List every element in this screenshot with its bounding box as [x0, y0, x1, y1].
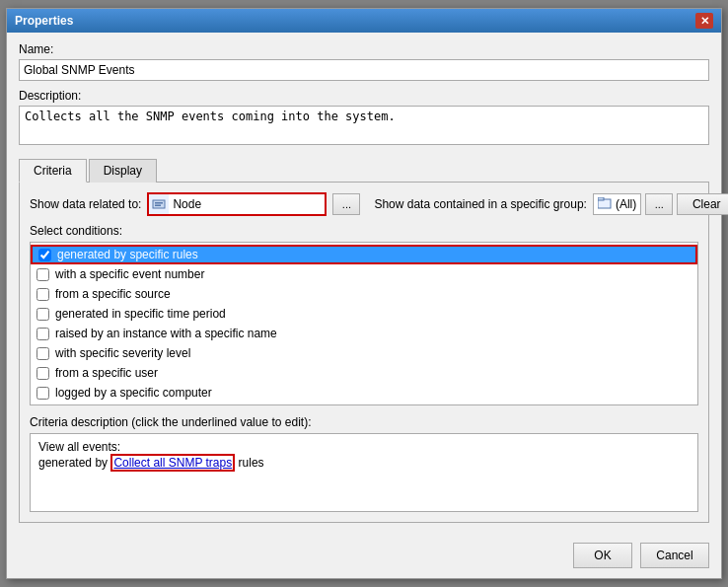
condition-checkbox-specific-computer[interactable]	[36, 387, 49, 400]
condition-item-specific-user[interactable]: from a specific user	[31, 363, 697, 383]
criteria-desc-line2: generated by Collect all SNMP traps rule…	[38, 456, 690, 470]
condition-item-specific-name[interactable]: raised by an instance with a specific na…	[31, 324, 697, 343]
svg-rect-1	[155, 202, 163, 204]
close-button[interactable]: ✕	[695, 13, 713, 29]
condition-label-specific-event-number: with a specific event number	[55, 267, 204, 281]
condition-label-specific-time-period: generated in specific time period	[55, 307, 226, 321]
group-icon	[598, 197, 612, 212]
condition-label-specific-name: raised by an instance with a specific na…	[55, 327, 277, 340]
dialog-footer: OK Cancel	[7, 535, 721, 578]
tab-display[interactable]: Display	[89, 159, 157, 183]
condition-checkbox-specific-name[interactable]	[36, 328, 49, 340]
condition-label-specific-computer: logged by a specific computer	[55, 386, 212, 400]
node-icon	[149, 194, 169, 214]
dialog-body: Name: Description: Collects all the SNMP…	[7, 33, 721, 535]
group-value: (All)	[616, 197, 636, 211]
select-conditions-label: Select conditions:	[30, 224, 698, 238]
condition-item-severity-level[interactable]: with specific severity level	[31, 343, 697, 363]
svg-rect-0	[153, 200, 165, 208]
title-bar-text: Properties	[15, 14, 73, 28]
criteria-description-section: Criteria description (click the underlin…	[30, 415, 698, 512]
criteria-desc-label: Criteria description (click the underlin…	[30, 415, 698, 429]
group-browse-button[interactable]: ...	[645, 193, 673, 215]
condition-checkbox-specific-user[interactable]	[36, 367, 49, 380]
svg-rect-4	[598, 197, 604, 200]
criteria-desc-line1: View all events:	[38, 440, 690, 454]
criteria-desc-box: View all events: generated by Collect al…	[30, 433, 698, 512]
criteria-desc-prefix: generated by	[38, 456, 110, 470]
name-input[interactable]	[19, 59, 709, 81]
condition-item-generated-by-rules[interactable]: generated by specific rules	[31, 245, 697, 264]
condition-item-specific-event-number[interactable]: with a specific event number	[31, 264, 697, 284]
condition-item-specific-source[interactable]: from a specific source	[31, 284, 697, 304]
condition-label-generated-by-rules: generated by specific rules	[57, 248, 198, 261]
show-data-contained-label: Show data contained in a specific group:	[374, 197, 586, 211]
condition-item-specific-computer[interactable]: logged by a specific computer	[31, 383, 697, 403]
condition-checkbox-generated-by-rules[interactable]	[38, 249, 51, 261]
tab-criteria[interactable]: Criteria	[19, 159, 87, 183]
title-bar: Properties ✕	[7, 9, 721, 33]
show-data-row: Show data related to: ... Show data cont…	[30, 192, 698, 216]
condition-label-specific-user: from a specific user	[55, 366, 158, 380]
criteria-desc-link[interactable]: Collect all SNMP traps	[110, 454, 235, 472]
condition-label-severity-level: with specific severity level	[55, 346, 190, 360]
svg-rect-2	[155, 205, 161, 207]
description-label: Description:	[19, 89, 709, 103]
condition-checkbox-severity-level[interactable]	[36, 347, 49, 360]
condition-checkbox-specific-source[interactable]	[36, 288, 49, 301]
name-label: Name:	[19, 42, 709, 56]
node-browse-button[interactable]: ...	[332, 193, 360, 215]
group-section: (All) ... Clear	[593, 193, 728, 215]
ok-button[interactable]: OK	[573, 543, 632, 568]
criteria-desc-suffix: rules	[235, 456, 263, 470]
tabs: Criteria Display	[19, 158, 709, 183]
node-input[interactable]	[169, 194, 325, 214]
tab-content-criteria: Show data related to: ... Show data cont…	[19, 183, 709, 523]
show-data-related-label: Show data related to:	[30, 197, 141, 211]
description-input[interactable]: Collects all the SNMP events coming into…	[19, 106, 709, 145]
properties-dialog: Properties ✕ Name: Description: Collects…	[6, 8, 722, 579]
condition-checkbox-specific-time-period[interactable]	[36, 308, 49, 321]
node-input-wrapper	[147, 192, 327, 216]
condition-item-specific-time-period[interactable]: generated in specific time period	[31, 304, 697, 324]
clear-button[interactable]: Clear	[677, 193, 728, 215]
condition-checkbox-specific-event-number[interactable]	[36, 268, 49, 281]
cancel-button[interactable]: Cancel	[640, 543, 709, 568]
condition-label-specific-source: from a specific source	[55, 287, 171, 301]
conditions-list: generated by specific rules with a speci…	[30, 242, 698, 405]
